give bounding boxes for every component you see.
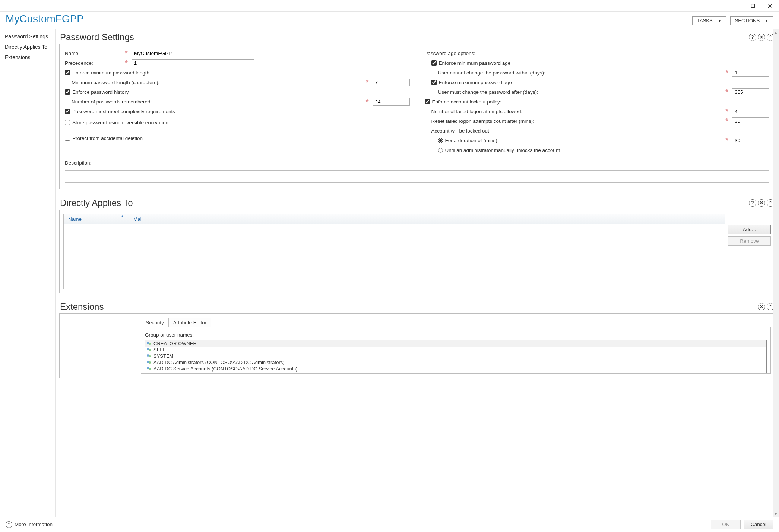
- window: MyCustomFGPP TASKS ▼ SECTIONS ▼ Password…: [0, 0, 779, 532]
- min-age-input[interactable]: [732, 69, 769, 77]
- reset-input[interactable]: [732, 117, 769, 125]
- min-length-input[interactable]: [373, 79, 410, 86]
- history-input[interactable]: [373, 98, 410, 106]
- enforce-min-length-checkbox[interactable]: [65, 70, 70, 75]
- precedence-input[interactable]: [132, 59, 254, 67]
- svg-rect-1: [751, 4, 755, 7]
- age-header-label: Password age options:: [425, 51, 476, 56]
- nav-item-password-settings[interactable]: Password Settings: [0, 31, 55, 42]
- help-icon[interactable]: ?: [749, 34, 756, 41]
- titlebar: [0, 0, 779, 12]
- list-item-label: AAD DC Service Accounts (CONTOSO\AAD DC …: [153, 366, 297, 372]
- nav-item-directly-applies-to[interactable]: Directly Applies To: [0, 42, 55, 52]
- header-actions: TASKS ▼ SECTIONS ▼: [692, 16, 773, 25]
- list-item[interactable]: CREATOR OWNER: [145, 340, 766, 347]
- tab-attribute-editor[interactable]: Attribute Editor: [168, 318, 211, 327]
- protect-checkbox[interactable]: [65, 136, 70, 141]
- duration-radio[interactable]: [438, 138, 443, 143]
- header: MyCustomFGPP TASKS ▼ SECTIONS ▼: [0, 12, 779, 29]
- ok-button[interactable]: OK: [711, 520, 741, 529]
- close-button[interactable]: [761, 0, 779, 12]
- scrollbar[interactable]: ▴ ▾: [773, 29, 779, 517]
- group-icon: [147, 367, 152, 371]
- maximize-button[interactable]: [744, 0, 761, 12]
- group-names-label: Group or user names:: [145, 332, 194, 338]
- extensions-left-pane: [63, 318, 138, 374]
- max-age-checkbox[interactable]: [431, 80, 437, 85]
- list-item-label: SELF: [153, 347, 166, 353]
- more-information[interactable]: ⌃ More Information: [6, 521, 53, 528]
- tasks-label: TASKS: [697, 18, 713, 23]
- duration-input[interactable]: [732, 137, 769, 144]
- min-age-checkbox[interactable]: [431, 60, 437, 66]
- add-button[interactable]: Add...: [728, 225, 771, 234]
- left-column: Name: * Precedence: * Enf: [65, 48, 410, 155]
- column-mail[interactable]: Mail: [129, 214, 166, 224]
- section-header: Extensions ✕ ⌃: [59, 299, 775, 313]
- min-age-sublabel: User cannot change the password within (…: [438, 70, 545, 76]
- enforce-history-checkbox[interactable]: [65, 89, 70, 95]
- help-icon[interactable]: ?: [749, 199, 756, 207]
- list-item[interactable]: AAD DC Service Accounts (CONTOSO\AAD DC …: [145, 366, 766, 372]
- max-age-sublabel: User must change the password after (day…: [438, 89, 538, 95]
- close-section-icon[interactable]: ✕: [758, 199, 765, 207]
- required-icon: *: [725, 119, 730, 123]
- group-icon: [147, 348, 152, 352]
- content-area[interactable]: ▴ ▾ Password Settings ? ✕ ⌃: [56, 29, 779, 517]
- section-extensions: Extensions ✕ ⌃ Security Attribute Editor: [59, 299, 775, 378]
- applies-buttons: Add... Remove: [728, 214, 771, 289]
- group-listbox[interactable]: CREATOR OWNER SELF SYSTEM AAD DC Adminis…: [145, 340, 767, 373]
- right-column: Password age options: Enforce minimum pa…: [425, 48, 770, 155]
- attempts-label: Number of failed logon attempts allowed:: [431, 109, 523, 114]
- complexity-label: Password must meet complexity requiremen…: [72, 109, 175, 114]
- reversible-checkbox[interactable]: [65, 120, 70, 125]
- until-admin-label: Until an administrator manually unlocks …: [445, 147, 560, 153]
- protect-label: Protect from accidental deletion: [72, 136, 143, 141]
- name-input[interactable]: [132, 50, 254, 57]
- close-section-icon[interactable]: ✕: [758, 303, 765, 310]
- required-icon: *: [125, 61, 129, 65]
- close-section-icon[interactable]: ✕: [758, 34, 765, 41]
- max-age-label: Enforce maximum password age: [439, 80, 512, 85]
- cancel-button[interactable]: Cancel: [744, 520, 773, 529]
- list-item-label: SYSTEM: [153, 353, 173, 359]
- chevron-down-icon: ▼: [765, 19, 769, 23]
- lockedout-label: Account will be locked out: [431, 128, 489, 134]
- sort-ascending-icon: ▴: [121, 214, 123, 218]
- scroll-down-icon[interactable]: ▾: [773, 511, 779, 517]
- attempts-input[interactable]: [732, 108, 769, 115]
- applies-table[interactable]: Name ▴ Mail: [63, 214, 725, 289]
- footer: ⌃ More Information OK Cancel: [0, 517, 779, 532]
- reversible-label: Store password using reversible encrypti…: [72, 120, 168, 125]
- min-length-sublabel: Minimum password length (characters):: [72, 80, 159, 85]
- nav-item-extensions[interactable]: Extensions: [0, 52, 55, 63]
- section-header: Directly Applies To ? ✕ ⌃: [59, 195, 775, 210]
- scroll-up-icon[interactable]: ▴: [773, 29, 779, 35]
- minimize-button[interactable]: [727, 0, 744, 12]
- until-admin-radio[interactable]: [438, 148, 443, 153]
- column-name-label: Name: [68, 216, 82, 222]
- sections-label: SECTIONS: [735, 18, 760, 23]
- group-icon: [147, 354, 152, 359]
- sections-dropdown[interactable]: SECTIONS ▼: [730, 16, 773, 25]
- extensions-tabs: Security Attribute Editor: [141, 318, 771, 327]
- column-name[interactable]: Name ▴: [64, 214, 129, 224]
- complexity-checkbox[interactable]: [65, 109, 70, 114]
- list-item[interactable]: SELF: [145, 347, 766, 353]
- chevron-up-icon: ⌃: [6, 521, 12, 528]
- tab-security[interactable]: Security: [141, 318, 169, 327]
- lockout-checkbox[interactable]: [425, 99, 430, 104]
- required-icon: *: [725, 109, 730, 114]
- description-textarea[interactable]: [65, 170, 769, 183]
- list-item[interactable]: AAD DC Administrators (CONTOSO\AAD DC Ad…: [145, 359, 766, 366]
- extensions-panel: Security Attribute Editor Group or user …: [59, 313, 775, 378]
- duration-label: For a duration of (mins):: [445, 138, 499, 143]
- section-title: Extensions: [60, 302, 104, 312]
- required-icon: *: [366, 99, 370, 104]
- tasks-dropdown[interactable]: TASKS ▼: [692, 16, 726, 25]
- remove-button[interactable]: Remove: [728, 236, 771, 246]
- max-age-input[interactable]: [732, 88, 769, 96]
- more-information-label: More Information: [15, 522, 53, 527]
- list-item[interactable]: SYSTEM: [145, 353, 766, 359]
- list-item-label: AAD DC Administrators (CONTOSO\AAD DC Ad…: [153, 360, 285, 365]
